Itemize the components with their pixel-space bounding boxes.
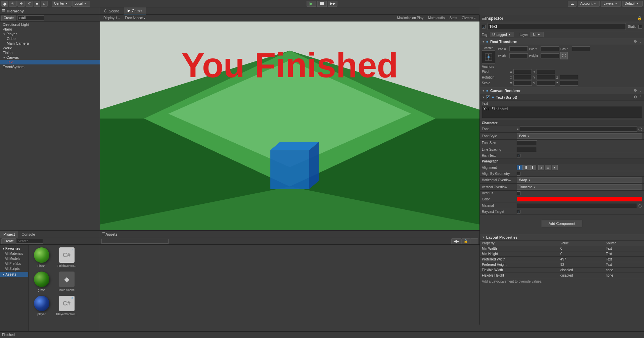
stats-btn[interactable]: Stats	[448, 16, 458, 20]
layout-properties-header[interactable]: ▼ Layout Properties	[480, 234, 644, 241]
hierarchy-search[interactable]	[17, 15, 44, 20]
add-component-button[interactable]: Add Component	[542, 220, 583, 227]
h-overflow-dropdown[interactable]: Wrap	[517, 177, 642, 183]
sidebar-item-favorites[interactable]: ▼Favorites	[0, 246, 28, 251]
transform-tool-5[interactable]: □	[41, 1, 48, 7]
rot-y-input[interactable]: 0	[537, 75, 555, 80]
rich-text-checkbox[interactable]: ✓	[517, 154, 520, 157]
font-input[interactable]: Arial	[520, 127, 637, 132]
hierarchy-item-text[interactable]: Text	[0, 60, 100, 64]
asset-playercontrol[interactable]: # C# PlayerControl...	[56, 295, 78, 316]
text-script-checkbox[interactable]: ✓	[486, 95, 490, 99]
scale-x-input[interactable]: 1	[513, 81, 532, 86]
asset-finish[interactable]: Finish	[31, 247, 52, 268]
hierarchy-item-player[interactable]: ▼Player	[0, 32, 100, 36]
raycast-checkbox[interactable]: ✓	[517, 210, 520, 213]
unity-menu-btn[interactable]: ◆	[1, 1, 8, 7]
sidebar-item-all-materials[interactable]: All Materials	[0, 251, 28, 256]
aspect-dropdown[interactable]: Free Aspect	[124, 16, 147, 20]
material-input[interactable]: None (Material)	[517, 203, 637, 208]
v-overflow-dropdown[interactable]: Truncate	[517, 184, 642, 190]
canvas-renderer-more-icon[interactable]: ⋮	[638, 88, 642, 93]
text-script-more-icon[interactable]: ⋮	[638, 95, 642, 99]
rect-transform-header[interactable]: ▼ ■ Rect Transform ⚙ ⋮	[480, 38, 644, 45]
asset-finishcontro[interactable]: # C# FinishContro...	[56, 247, 78, 268]
rot-z-input[interactable]: 0	[560, 75, 578, 80]
scale-y-input[interactable]: 1	[537, 81, 555, 86]
asset-main-scene[interactable]: ◆ Main Scene	[56, 271, 78, 292]
color-swatch[interactable]	[517, 197, 642, 201]
text-script-header[interactable]: ▼ ✓ ■ Text (Script) ⚙ ⋮	[480, 94, 644, 101]
pivot-y-input[interactable]: 0.5	[537, 69, 555, 74]
font-picker-icon[interactable]: ◯	[638, 127, 642, 131]
object-name-input[interactable]	[488, 23, 626, 30]
object-active-checkbox[interactable]: ✓	[482, 25, 486, 29]
align-bottom-btn[interactable]: ▼	[552, 165, 558, 170]
static-checkbox[interactable]	[638, 25, 642, 29]
font-size-input[interactable]: 80	[517, 140, 537, 145]
console-tab[interactable]: Console	[18, 231, 38, 238]
scale-z-input[interactable]: 1	[560, 81, 578, 86]
project-tab[interactable]: Project	[0, 231, 18, 238]
center-dropdown[interactable]: Center	[52, 1, 72, 7]
step-button[interactable]: ▶▶	[328, 1, 337, 7]
align-center-btn[interactable]: ▋	[523, 165, 530, 170]
align-geometry-checkbox[interactable]	[517, 172, 520, 176]
canvas-renderer-menu-icon[interactable]: ⚙	[634, 88, 637, 93]
font-style-dropdown[interactable]: Bold	[517, 133, 642, 139]
canvas-renderer-header[interactable]: ▼ ■ Canvas Renderer ⚙ ⋮	[480, 87, 644, 94]
hierarchy-item-directional-light[interactable]: Directional Light	[0, 22, 100, 27]
transform-tool-2[interactable]: ✥	[17, 1, 25, 7]
mute-audio-btn[interactable]: Mute audio	[427, 16, 446, 20]
height-input[interactable]: 500	[541, 53, 559, 58]
anchor-icon[interactable]	[482, 50, 495, 64]
transform-tool-4[interactable]: ■	[34, 1, 40, 7]
pause-button[interactable]: ▮▮	[317, 1, 327, 7]
hierarchy-item-eventsystem[interactable]: EventSystem	[0, 64, 100, 69]
text-script-menu-icon[interactable]: ⚙	[634, 95, 637, 99]
slider-icon[interactable]: ◀▶	[451, 238, 461, 244]
inspector-lock-icon[interactable]: 🔓	[637, 16, 642, 20]
line-spacing-input[interactable]: 1	[517, 147, 537, 152]
pos-y-input[interactable]: 0	[541, 46, 559, 51]
local-dropdown[interactable]: Local	[72, 1, 90, 7]
hierarchy-item-cube[interactable]: Cube	[0, 36, 100, 41]
width-input[interactable]: 500	[509, 53, 528, 58]
maximize-on-play-btn[interactable]: Maximize on Play	[396, 16, 425, 20]
sidebar-item-all-models[interactable]: All Models	[0, 256, 28, 261]
sidebar-item-assets[interactable]: ▼Assets	[0, 272, 28, 277]
tag-dropdown[interactable]: Untagged	[490, 32, 514, 37]
layer-dropdown[interactable]: UI	[531, 32, 544, 37]
pivot-x-input[interactable]: 0.5	[513, 69, 532, 74]
align-top-btn[interactable]: ▲	[538, 165, 544, 170]
text-field-input[interactable]: You Finished	[482, 106, 642, 118]
rect-transform-menu-icon[interactable]: ⚙	[634, 39, 637, 44]
assets-search-input[interactable]	[101, 239, 169, 244]
pos-z-input[interactable]: 0	[572, 46, 590, 51]
play-button[interactable]: ▶	[307, 1, 316, 7]
account-dropdown[interactable]: Account	[578, 1, 600, 7]
pos-x-input[interactable]: 0	[509, 46, 528, 51]
more-icon[interactable]: ⋯	[470, 238, 478, 244]
material-picker-icon[interactable]: ◯	[638, 204, 642, 207]
hierarchy-item-canvas[interactable]: ▼Canvas	[0, 55, 100, 60]
sidebar-item-all-prefabs[interactable]: All Prefabs	[0, 261, 28, 266]
hierarchy-item-plane[interactable]: Plane	[0, 27, 100, 32]
rot-x-input[interactable]: 0	[513, 75, 532, 80]
scene-tab[interactable]: ⬡ Scene	[100, 7, 124, 14]
rect-transform-more-icon[interactable]: ⋮	[638, 39, 642, 44]
asset-grass[interactable]: grass	[31, 271, 52, 292]
transform-tool-1[interactable]: ◎	[9, 1, 17, 7]
transform-tool-3[interactable]: ↺	[26, 1, 33, 7]
best-fit-checkbox[interactable]	[517, 191, 520, 195]
asset-player[interactable]: player	[31, 295, 52, 316]
hierarchy-item-main-camera[interactable]: Main Camera	[0, 41, 100, 46]
default-dropdown[interactable]: Default	[622, 1, 643, 7]
hierarchy-item-finish[interactable]: Finish	[0, 50, 100, 55]
align-middle-btn[interactable]: ▬	[545, 165, 551, 170]
hierarchy-item-world[interactable]: World	[0, 46, 100, 50]
lock-icon[interactable]: 🔓	[461, 238, 470, 244]
hierarchy-create-btn[interactable]: Create	[1, 15, 16, 21]
display-dropdown[interactable]: Display 1	[102, 16, 122, 20]
align-right-btn[interactable]: ▍	[530, 165, 536, 170]
